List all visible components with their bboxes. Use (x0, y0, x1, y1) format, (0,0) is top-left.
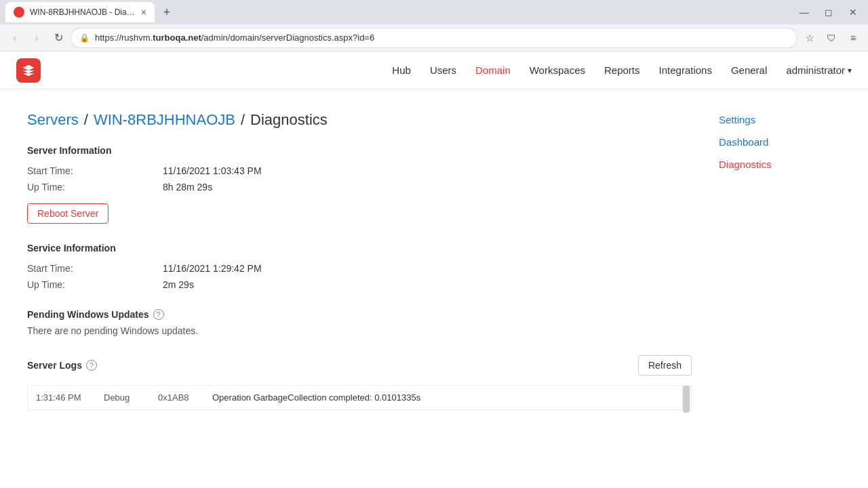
log-level: Debug (104, 390, 158, 405)
url-domain: turboqa.net (153, 33, 201, 43)
service-start-time-label: Start Time: (27, 263, 163, 274)
menu-icon[interactable]: ≡ (844, 28, 863, 47)
server-up-time-label: Up Time: (27, 182, 163, 192)
server-start-time-row: Start Time: 11/16/2021 1:03:43 PM (27, 165, 692, 176)
log-time: 1:31:46 PM (36, 390, 104, 405)
sidebar-item-settings[interactable]: Settings (719, 114, 841, 125)
service-start-time-row: Start Time: 11/16/2021 1:29:42 PM (27, 263, 692, 274)
refresh-button[interactable]: ↻ (49, 28, 68, 47)
bookmark-icon[interactable]: ☆ (800, 28, 819, 47)
nav-integrations[interactable]: Integrations (659, 64, 712, 76)
service-up-time-row: Up Time: 2m 29s (27, 279, 692, 290)
browser-tab[interactable]: WIN-8RBJHHNAOJB - Diagnost... × (5, 2, 155, 22)
nav-workspaces[interactable]: Workspaces (530, 64, 585, 76)
breadcrumb-sep1: / (84, 111, 88, 129)
extensions-icon[interactable]: 🛡 (822, 28, 841, 47)
sidebar-item-diagnostics[interactable]: Diagnostics (719, 159, 841, 170)
server-up-time-row: Up Time: 8h 28m 29s (27, 182, 692, 192)
service-start-time-value: 11/16/2021 1:29:42 PM (163, 263, 262, 274)
breadcrumb-sep2: / (241, 111, 245, 129)
log-code: 0x1AB8 (158, 390, 212, 405)
url-prefix: https://rushvm. (95, 33, 153, 43)
lock-icon: 🔒 (79, 33, 90, 43)
server-up-time-value: 8h 28m 29s (163, 182, 212, 192)
tab-title: WIN-8RBJHHNAOJB - Diagnost... (30, 7, 136, 17)
log-scrollbar-track[interactable] (682, 386, 691, 409)
server-info-section: Server Information Start Time: 11/16/202… (27, 145, 692, 224)
app-logo[interactable] (16, 58, 41, 83)
restore-button[interactable]: ◻ (819, 3, 838, 22)
server-start-time-value: 11/16/2021 1:03:43 PM (163, 165, 262, 176)
url-display: https://rushvm.turboqa.net/admin/domain/… (95, 33, 789, 43)
nav-hub[interactable]: Hub (392, 64, 411, 76)
nav-users[interactable]: Users (430, 64, 456, 76)
log-entry-row: 1:31:46 PM Debug 0x1AB8 Operation Garbag… (36, 390, 683, 405)
back-button[interactable]: ‹ (5, 28, 24, 47)
forward-button[interactable]: › (27, 28, 46, 47)
server-info-title: Server Information (27, 145, 692, 156)
breadcrumb-page: Diagnostics (250, 111, 328, 129)
breadcrumb-server-name[interactable]: WIN-8RBJHHNAOJB (94, 111, 235, 129)
nav-admin[interactable]: administrator (786, 64, 852, 76)
content-area: Servers / WIN-8RBJHHNAOJB / Diagnostics … (27, 111, 692, 466)
service-info-section: Service Information Start Time: 11/16/20… (27, 243, 692, 290)
sidebar-link-dashboard[interactable]: Dashboard (719, 136, 768, 148)
breadcrumb: Servers / WIN-8RBJHHNAOJB / Diagnostics (27, 111, 692, 129)
reboot-server-button[interactable]: Reboot Server (27, 203, 108, 224)
url-path: /admin/domain/serverDiagnostics.aspx?id=… (201, 33, 374, 43)
pending-updates-help-icon[interactable]: ? (153, 309, 164, 320)
sidebar: Settings Dashboard Diagnostics (719, 111, 841, 466)
server-logs-help-icon[interactable]: ? (86, 360, 97, 371)
server-logs-title: Server Logs (27, 360, 82, 371)
nav-links: Hub Users Domain Workspaces Reports Inte… (392, 64, 852, 76)
new-tab-button[interactable]: + (157, 3, 176, 22)
minimize-button[interactable]: — (795, 3, 814, 22)
nav-domain[interactable]: Domain (475, 64, 511, 76)
pending-updates-message: There are no pending Windows updates. (27, 325, 692, 336)
logo-icon (22, 64, 35, 77)
app-nav: Hub Users Domain Workspaces Reports Inte… (0, 52, 868, 89)
service-info-title: Service Information (27, 243, 692, 253)
server-logs-section: Server Logs ? Refresh 1:31:46 PM Debug 0… (27, 355, 692, 410)
log-message: Operation GarbageCollection completed: 0… (212, 390, 683, 405)
log-scrollbar-thumb[interactable] (683, 386, 690, 413)
sidebar-item-dashboard[interactable]: Dashboard (719, 136, 841, 148)
nav-reports[interactable]: Reports (604, 64, 640, 76)
sidebar-link-settings[interactable]: Settings (719, 114, 755, 125)
pending-updates-section: Pending Windows Updates ? There are no p… (27, 309, 692, 336)
close-button[interactable]: ✕ (844, 3, 863, 22)
breadcrumb-servers[interactable]: Servers (27, 111, 79, 129)
address-bar[interactable]: 🔒 https://rushvm.turboqa.net/admin/domai… (71, 28, 797, 48)
tab-close-icon[interactable]: × (141, 7, 146, 17)
nav-general[interactable]: General (731, 64, 767, 76)
server-logs-title-group: Server Logs ? (27, 360, 97, 371)
service-up-time-label: Up Time: (27, 279, 163, 290)
tab-favicon (14, 7, 24, 18)
log-table: 1:31:46 PM Debug 0x1AB8 Operation Garbag… (36, 390, 683, 405)
pending-updates-title: Pending Windows Updates (27, 309, 149, 320)
service-up-time-value: 2m 29s (163, 279, 194, 290)
refresh-logs-button[interactable]: Refresh (638, 355, 692, 375)
sidebar-link-diagnostics[interactable]: Diagnostics (719, 159, 772, 170)
server-start-time-label: Start Time: (27, 165, 163, 176)
server-logs-header: Server Logs ? Refresh (27, 355, 692, 375)
pending-updates-header: Pending Windows Updates ? (27, 309, 692, 320)
